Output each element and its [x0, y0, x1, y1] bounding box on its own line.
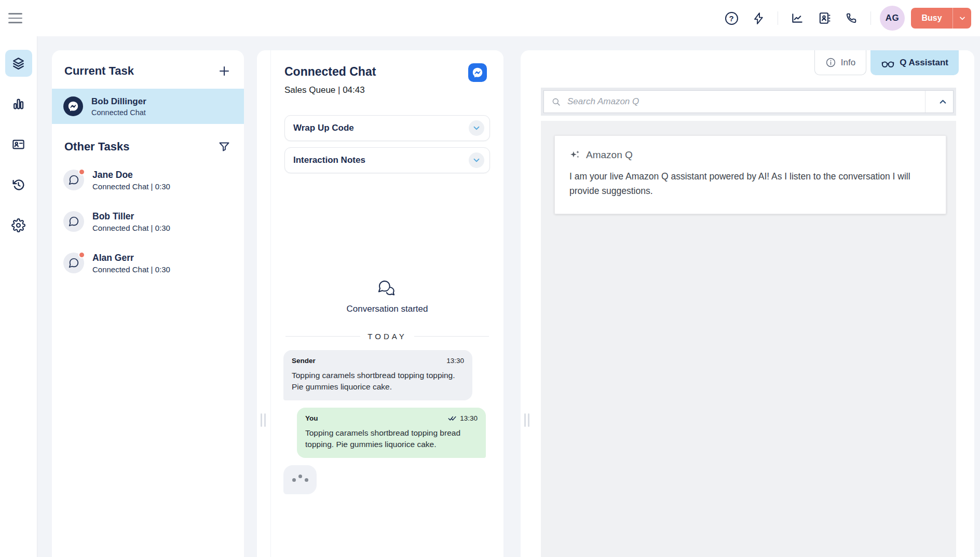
- history-icon: [11, 178, 25, 192]
- chevron-up-icon: [938, 97, 948, 107]
- panel-resize-handle[interactable]: [524, 413, 529, 427]
- tab-q-assistant[interactable]: Q Assistant: [870, 50, 959, 75]
- nav-item-tasks[interactable]: [5, 50, 32, 77]
- day-divider: TODAY: [285, 332, 489, 341]
- nav-item-metrics[interactable]: [5, 90, 32, 117]
- collapse-search-button[interactable]: [925, 91, 953, 113]
- chevron-down-icon: [958, 14, 967, 22]
- search-icon: [551, 97, 561, 107]
- filter-funnel-icon: [218, 141, 230, 153]
- assistant-panel: Info Q Assistant Amazon Q I am your live…: [521, 50, 974, 557]
- current-task-row[interactable]: Bob Dillinger Connected Chat: [52, 89, 244, 124]
- help-icon: ?: [725, 12, 738, 25]
- nav-item-settings[interactable]: [5, 212, 32, 239]
- phone-icon: [845, 12, 858, 25]
- conversation-started-text: Conversation started: [271, 304, 503, 314]
- chat-title: Connected Chat: [284, 65, 487, 79]
- chat-task-avatar: [63, 170, 84, 190]
- nav-item-contacts[interactable]: [5, 131, 32, 158]
- unread-dot: [78, 252, 85, 258]
- day-divider-label: TODAY: [367, 332, 406, 341]
- sparkle-icon: [569, 149, 581, 161]
- other-tasks-title: Other Tasks: [64, 140, 130, 154]
- chat-task-avatar: [63, 211, 84, 232]
- panel-resize-handle[interactable]: [261, 413, 266, 427]
- line-chart-icon: [791, 11, 804, 25]
- accordion-label: Interaction Notes: [293, 155, 365, 165]
- lightning-icon: [752, 12, 765, 25]
- accordion-label: Wrap Up Code: [293, 123, 354, 133]
- unread-dot: [78, 169, 85, 175]
- current-task-subtitle: Connected Chat: [91, 108, 146, 117]
- tasks-panel: Current Task Bob Dillinger Connected Cha…: [52, 50, 244, 557]
- task-name: Alan Gerr: [92, 253, 170, 263]
- chevron-down-icon: [472, 123, 481, 133]
- gear-icon: [11, 218, 25, 232]
- message-sender: You: [305, 414, 318, 422]
- phone-button[interactable]: [841, 8, 862, 29]
- message-time: 13:30: [460, 414, 478, 422]
- top-bar: ? AG Busy: [0, 0, 980, 36]
- message-list: Sender 13:30 Topping caramels shortbread…: [283, 350, 490, 494]
- bar-chart-icon: [11, 97, 25, 111]
- q-card-body: I am your live Amazon Q assistant powere…: [569, 169, 931, 198]
- metrics-button[interactable]: [787, 8, 808, 29]
- chat-bubble-icon: [68, 257, 79, 269]
- directory-button[interactable]: [814, 8, 835, 29]
- agent-status-dropdown[interactable]: Busy: [911, 8, 971, 29]
- help-button[interactable]: ?: [721, 8, 742, 29]
- task-subtitle: Connected Chat | 0:30: [92, 265, 170, 274]
- search-input[interactable]: [567, 96, 925, 107]
- filter-tasks-button[interactable]: [217, 140, 232, 154]
- amazon-q-search-bar: [541, 88, 956, 116]
- typing-indicator: [283, 465, 317, 494]
- info-icon: [825, 57, 836, 68]
- address-book-icon: [818, 11, 831, 25]
- agent-avatar[interactable]: AG: [880, 6, 905, 31]
- messenger-channel-button[interactable]: [468, 63, 487, 82]
- q-card-title: Amazon Q: [586, 149, 633, 161]
- hamburger-menu-icon[interactable]: [8, 11, 22, 25]
- message-text: Topping caramels shortbread topping topp…: [292, 370, 464, 393]
- assistant-content-area: Amazon Q I am your live Amazon Q assista…: [541, 121, 956, 557]
- add-task-button[interactable]: [217, 64, 232, 78]
- amazon-q-welcome-card: Amazon Q I am your live Amazon Q assista…: [554, 135, 946, 214]
- wrap-up-code-accordion[interactable]: Wrap Up Code: [284, 115, 490, 141]
- task-subtitle: Connected Chat | 0:30: [92, 224, 170, 232]
- task-row-bob-tiller[interactable]: Bob Tiller Connected Chat | 0:30: [52, 201, 244, 242]
- chat-task-avatar: [63, 253, 84, 273]
- current-task-name: Bob Dillinger: [91, 96, 146, 107]
- task-name: Jane Doe: [92, 170, 170, 180]
- message-sender: Sender: [292, 357, 316, 365]
- conversation-icon: [376, 280, 398, 299]
- conversation-started-block: Conversation started: [271, 280, 503, 314]
- plus-icon: [218, 65, 230, 77]
- task-subtitle: Connected Chat | 0:30: [92, 182, 170, 191]
- glasses-icon: [881, 57, 895, 68]
- tab-info[interactable]: Info: [814, 50, 866, 75]
- messenger-channel-avatar: [63, 96, 83, 116]
- chat-bubble-icon: [68, 174, 79, 186]
- task-row-alan-gerr[interactable]: Alan Gerr Connected Chat | 0:30: [52, 242, 244, 284]
- expand-button[interactable]: [469, 152, 484, 168]
- task-name: Bob Tiller: [92, 211, 170, 222]
- topbar-divider: [778, 11, 778, 25]
- current-task-title: Current Task: [64, 64, 134, 78]
- nav-item-history[interactable]: [5, 171, 32, 198]
- expand-button[interactable]: [469, 120, 484, 136]
- chat-panel: Connected Chat Sales Queue | 04:43 Wrap …: [257, 50, 503, 557]
- topbar-divider: [870, 11, 871, 25]
- avatar-initials: AG: [886, 13, 900, 23]
- message-outbound: You 13:30 Topping caramels shortbread to…: [297, 408, 486, 458]
- messenger-icon: [472, 67, 483, 78]
- tab-info-label: Info: [841, 58, 855, 68]
- quick-actions-button[interactable]: [748, 8, 769, 29]
- interaction-notes-accordion[interactable]: Interaction Notes: [284, 147, 490, 173]
- delivered-check-icon: [448, 415, 457, 422]
- agent-status-label: Busy: [911, 8, 952, 29]
- layers-icon: [11, 57, 25, 71]
- chat-queue-timer: Sales Queue | 04:43: [284, 85, 487, 95]
- task-row-jane-doe[interactable]: Jane Doe Connected Chat | 0:30: [52, 159, 244, 201]
- message-inbound: Sender 13:30 Topping caramels shortbread…: [283, 350, 472, 400]
- message-time: 13:30: [446, 357, 464, 365]
